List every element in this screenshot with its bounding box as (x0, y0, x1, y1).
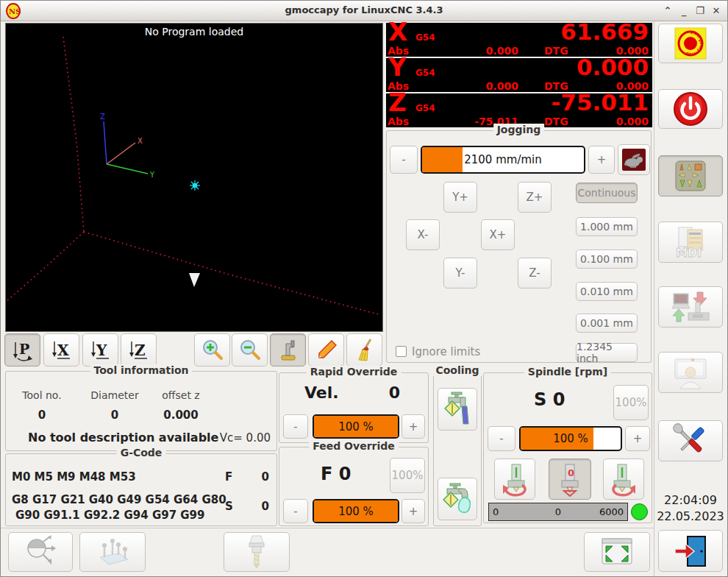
preview-message: No Program loaded (6, 26, 382, 38)
zoom-in-button[interactable] (194, 333, 230, 367)
spindle-cw-button[interactable] (603, 459, 644, 500)
settings-button[interactable] (658, 420, 723, 461)
spindle-rpm-bar: 0 0 6000 (488, 503, 628, 521)
spindle-stop-button[interactable]: 0 (549, 459, 591, 500)
tool-information-title: Tool information (90, 364, 192, 376)
jog-speed-minus-button[interactable]: - (390, 146, 418, 174)
view-z-button[interactable]: Z (121, 333, 157, 367)
jog-pad-icon (674, 160, 707, 192)
tab-jog-pad-button[interactable] (658, 155, 723, 197)
tab-mdi-button[interactable]: MDI (658, 222, 723, 263)
increment-001mm-button[interactable]: 0.010 mm (576, 282, 638, 301)
vel-label: Vel. (304, 383, 339, 402)
feed-label: F 0 (321, 464, 351, 484)
view-perspective-button[interactable]: P (4, 333, 40, 367)
jog-x-plus-button[interactable]: X+ (481, 219, 515, 250)
clock-date: 22.05.2023 (652, 509, 728, 525)
estop-button[interactable]: Emergency-Stop (658, 24, 723, 63)
spindle-ccw-icon (497, 461, 532, 497)
maximize-button[interactable]: ❐ (693, 5, 707, 16)
view-x-icon: X (49, 338, 74, 363)
preview-scene: Z X Y (6, 24, 382, 331)
ignore-limits-label: Ignore limits (412, 345, 480, 358)
turtle-rabbit-toggle-button[interactable] (618, 144, 650, 175)
active-g-codes: G8 G17 G21 G40 G49 G54 G64 G80 G90 G91.1… (12, 492, 226, 523)
jog-x-minus-button[interactable]: X- (406, 219, 440, 250)
spindle-override-slider[interactable]: 100 % (519, 426, 622, 451)
feed-plus-button[interactable]: + (402, 499, 425, 523)
fullscreen-button[interactable] (584, 532, 650, 572)
spindle-reset-button[interactable]: 100% (613, 385, 649, 420)
spindle-frame: Spindle [rpm] S 0 100% - 100 % + 0 (483, 372, 652, 523)
block-height-button[interactable] (79, 532, 146, 572)
shade-button[interactable]: ⌃ (661, 5, 674, 16)
jog-speed-plus-button[interactable]: + (588, 146, 615, 174)
axis-y-label: Y (149, 171, 155, 179)
exit-button[interactable] (658, 530, 723, 572)
tab-file-to-machine-button[interactable] (658, 286, 723, 328)
cooling-frame: Cooling (433, 371, 482, 526)
jog-z-minus-button[interactable]: Z- (518, 258, 552, 288)
increment-inch-button[interactable]: 1.2345 inch (576, 343, 638, 362)
s-value: 0 (262, 500, 269, 513)
vc-value: Vc= 0.00 (220, 431, 271, 445)
spindle-title: Spindle [rpm] (524, 366, 611, 378)
estop-icon: Emergency-Stop (673, 26, 708, 61)
svg-text:Y: Y (96, 341, 107, 359)
view-y-button[interactable]: Y (82, 333, 118, 367)
close-button[interactable]: ✕ (710, 5, 723, 16)
bottom-divider (1, 528, 654, 528)
origin-marker (190, 180, 200, 191)
dro-axis-z[interactable]: Z G54 -75.011 Abs -75.011 DTG 0.000 (386, 93, 652, 127)
mist-icon (441, 481, 474, 517)
jog-y-plus-button[interactable]: Y+ (443, 182, 477, 213)
gremlin-preview[interactable]: No Program loaded Z X Y (5, 23, 383, 332)
zoom-in-icon (200, 338, 225, 363)
probe-plate-icon (94, 535, 131, 569)
clear-plot-button[interactable] (346, 333, 382, 367)
increment-0001mm-button[interactable]: 0.001 mm (576, 314, 638, 333)
jog-speed-slider[interactable]: 2100 mm/min (421, 146, 585, 174)
spindle-plus-button[interactable]: + (625, 426, 650, 451)
tab-user-button[interactable] (658, 352, 723, 393)
rapid-plus-button[interactable]: + (402, 414, 425, 439)
flood-coolant-button[interactable] (438, 388, 477, 431)
minimize-button[interactable]: _ (677, 5, 690, 16)
zoom-out-button[interactable] (232, 333, 268, 367)
rapid-override-slider[interactable]: 100 % (313, 414, 399, 439)
spindle-override-value: 100 % (521, 432, 621, 445)
draw-path-button[interactable] (308, 333, 344, 367)
dro-axis-y[interactable]: Y G54 0.000 Abs 0.000 DTG 0.000 (386, 58, 652, 92)
dro-axis-x[interactable]: X G54 61.669 Abs 0.000 DTG 0.000 (386, 23, 652, 57)
touch-off-button[interactable] (8, 532, 73, 572)
feed-override-value: 100 % (314, 505, 398, 518)
ignore-limits-checkbox[interactable] (396, 346, 407, 357)
flood-icon (441, 392, 474, 427)
spindle-ccw-button[interactable] (494, 459, 535, 500)
spindle-at-speed-led (631, 503, 648, 520)
jog-y-minus-button[interactable]: Y- (443, 258, 477, 288)
mist-coolant-button[interactable] (438, 478, 477, 520)
view-dimensions-button[interactable] (270, 333, 306, 367)
tool-change-button[interactable] (224, 532, 290, 572)
increment-1mm-button[interactable]: 1.000 mm (576, 217, 638, 236)
cooling-title: Cooling (432, 364, 482, 376)
spindle-minus-button[interactable]: - (488, 426, 515, 451)
view-y-icon: Y (88, 338, 113, 363)
tool-diameter-value: 0 (85, 408, 144, 422)
feed-minus-button[interactable]: - (283, 499, 308, 523)
spindle-stop-icon: 0 (552, 461, 588, 497)
feed-reset-button[interactable]: 100% (390, 458, 425, 493)
increment-continuous-button[interactable]: Continuous (576, 183, 638, 203)
tool-cone (189, 273, 200, 287)
rapid-minus-button[interactable]: - (283, 414, 308, 439)
clamp-icon (276, 338, 301, 363)
dro-panel[interactable]: X G54 61.669 Abs 0.000 DTG 0.000 Y G54 0… (386, 23, 652, 127)
machine-on-button[interactable] (658, 89, 723, 129)
increment-01mm-button[interactable]: 0.100 mm (576, 249, 638, 269)
svg-text:Z: Z (135, 341, 146, 359)
view-x-button[interactable]: X (43, 333, 79, 367)
feed-override-slider[interactable]: 100 % (313, 499, 399, 523)
jog-z-plus-button[interactable]: Z+ (518, 182, 552, 213)
dro-x-value: 61.669 (560, 18, 649, 45)
